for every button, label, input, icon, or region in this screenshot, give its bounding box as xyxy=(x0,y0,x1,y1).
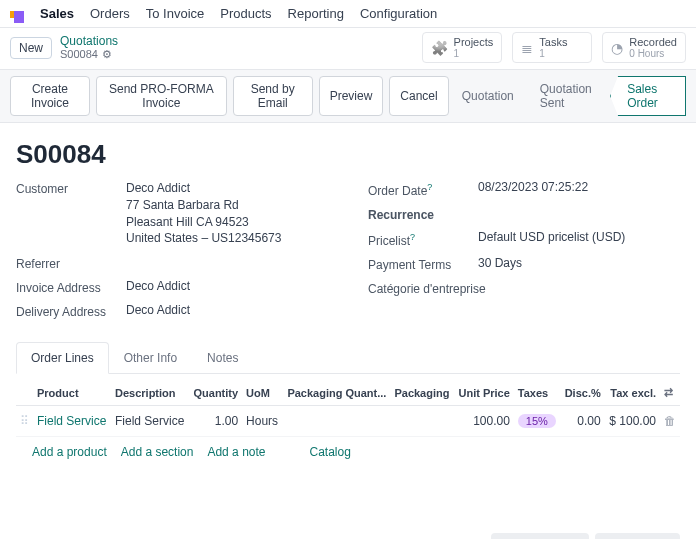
stat-tasks-label: Tasks xyxy=(539,36,567,48)
add-section-link[interactable]: Add a section xyxy=(121,445,194,459)
order-date-value[interactable]: 08/23/2023 07:25:22 xyxy=(478,180,680,194)
top-nav: Sales Orders To Invoice Products Reporti… xyxy=(0,0,696,28)
app-logo xyxy=(10,5,24,23)
line-actions: Add a product Add a section Add a note C… xyxy=(16,437,680,463)
col-unit-price[interactable]: Unit Price xyxy=(454,380,514,406)
company-category-label: Catégorie d'entreprise xyxy=(368,280,518,296)
breadcrumb-parent[interactable]: Quotations xyxy=(60,34,118,48)
stage-sales-order[interactable]: Sales Order xyxy=(610,76,686,116)
pricelist-label: Pricelist? xyxy=(368,230,478,248)
line-packaging-qty[interactable] xyxy=(282,406,390,437)
payment-terms-label: Payment Terms xyxy=(368,256,478,272)
col-description[interactable]: Description xyxy=(111,380,189,406)
line-uom[interactable]: Hours xyxy=(242,406,282,437)
customer-addr-line3: United States – US12345673 xyxy=(126,230,328,247)
gear-icon[interactable] xyxy=(102,48,112,61)
list-icon xyxy=(521,41,533,55)
col-packaging-qty[interactable]: Packaging Quant... xyxy=(282,380,390,406)
clock-icon xyxy=(611,41,623,55)
tax-badge[interactable]: 15% xyxy=(518,414,556,428)
trash-icon[interactable]: 🗑 xyxy=(664,414,676,428)
nav-products[interactable]: Products xyxy=(220,6,271,21)
stat-projects-value: 1 xyxy=(454,48,494,59)
stat-recorded-label: Recorded xyxy=(629,36,677,48)
col-product[interactable]: Product xyxy=(33,380,111,406)
send-email-button[interactable]: Send by Email xyxy=(233,76,313,116)
action-bar: Create Invoice Send PRO-FORMA Invoice Se… xyxy=(0,69,696,123)
breadcrumb-row: New Quotations S00084 Projects 1 Tasks 1 xyxy=(0,28,696,69)
catalog-link[interactable]: Catalog xyxy=(310,445,351,459)
stat-projects[interactable]: Projects 1 xyxy=(422,32,503,63)
form-content: S00084 Customer Deco Addict 77 Santa Bar… xyxy=(0,123,696,539)
order-date-label: Order Date? xyxy=(368,180,478,198)
nav-orders[interactable]: Orders xyxy=(90,6,130,21)
create-invoice-button[interactable]: Create Invoice xyxy=(10,76,90,116)
cancel-button[interactable]: Cancel xyxy=(389,76,448,116)
line-description[interactable]: Field Service xyxy=(111,406,189,437)
stat-recorded-value: 0 Hours xyxy=(629,48,677,59)
col-taxes[interactable]: Taxes xyxy=(514,380,560,406)
coupon-code-button[interactable]: Coupon Code xyxy=(491,533,589,539)
line-tax-excl: $ 100.00 xyxy=(605,406,660,437)
order-date-help-icon[interactable]: ? xyxy=(427,182,432,192)
nav-sales[interactable]: Sales xyxy=(40,6,74,21)
col-tax-excl[interactable]: Tax excl. xyxy=(605,380,660,406)
col-disc[interactable]: Disc.% xyxy=(560,380,604,406)
stat-projects-label: Projects xyxy=(454,36,494,48)
stage-track: Quotation Quotation Sent Sales Order xyxy=(449,76,686,116)
delivery-address-value[interactable]: Deco Addict xyxy=(126,303,328,317)
recurrence-label: Recurrence xyxy=(368,206,478,222)
drag-handle-icon[interactable]: ⠿ xyxy=(16,406,33,437)
line-disc[interactable]: 0.00 xyxy=(560,406,604,437)
pricelist-help-icon[interactable]: ? xyxy=(410,232,415,242)
invoice-address-label: Invoice Address xyxy=(16,279,126,295)
columns-adjust-icon[interactable]: ⇄ xyxy=(664,386,673,398)
line-packaging[interactable] xyxy=(390,406,454,437)
page-title: S00084 xyxy=(16,139,680,170)
customer-addr-line2: Pleasant Hill CA 94523 xyxy=(126,214,328,231)
referrer-label: Referrer xyxy=(16,255,126,271)
stage-quotation-sent[interactable]: Quotation Sent xyxy=(527,76,610,116)
nav-reporting[interactable]: Reporting xyxy=(288,6,344,21)
tab-order-lines[interactable]: Order Lines xyxy=(16,342,109,374)
nav-configuration[interactable]: Configuration xyxy=(360,6,437,21)
breadcrumb-current: S00084 xyxy=(60,48,98,61)
col-uom[interactable]: UoM xyxy=(242,380,282,406)
promo-buttons: Coupon Code Promotions xyxy=(16,533,680,539)
right-column: Order Date? 08/23/2023 07:25:22 Recurren… xyxy=(368,180,680,327)
tab-notes[interactable]: Notes xyxy=(192,342,253,374)
line-product[interactable]: Field Service xyxy=(37,414,106,428)
left-column: Customer Deco Addict 77 Santa Barbara Rd… xyxy=(16,180,328,327)
puzzle-icon xyxy=(431,41,448,55)
table-row[interactable]: ⠿ Field Service Field Service 1.00 Hours… xyxy=(16,406,680,437)
order-lines-table: Product Description Quantity UoM Packagi… xyxy=(16,380,680,437)
invoice-address-value[interactable]: Deco Addict xyxy=(126,279,328,293)
stat-tasks-value: 1 xyxy=(539,48,567,59)
stat-tasks[interactable]: Tasks 1 xyxy=(512,32,592,63)
nav-to-invoice[interactable]: To Invoice xyxy=(146,6,205,21)
new-button[interactable]: New xyxy=(10,37,52,59)
tabs: Order Lines Other Info Notes xyxy=(16,341,680,374)
line-quantity[interactable]: 1.00 xyxy=(189,406,242,437)
col-packaging[interactable]: Packaging xyxy=(390,380,454,406)
customer-label: Customer xyxy=(16,180,126,196)
pricelist-value[interactable]: Default USD pricelist (USD) xyxy=(478,230,680,244)
promotions-button[interactable]: Promotions xyxy=(595,533,680,539)
tab-other-info[interactable]: Other Info xyxy=(109,342,192,374)
delivery-address-label: Delivery Address xyxy=(16,303,126,319)
stat-recorded[interactable]: Recorded 0 Hours xyxy=(602,32,686,63)
col-quantity[interactable]: Quantity xyxy=(189,380,242,406)
send-proforma-button[interactable]: Send PRO-FORMA Invoice xyxy=(96,76,227,116)
line-taxes[interactable]: 15% xyxy=(514,406,560,437)
stage-quotation[interactable]: Quotation xyxy=(449,83,527,109)
customer-link[interactable]: Deco Addict xyxy=(126,180,328,197)
preview-button[interactable]: Preview xyxy=(319,76,384,116)
line-unit-price[interactable]: 100.00 xyxy=(454,406,514,437)
customer-addr-line1: 77 Santa Barbara Rd xyxy=(126,197,328,214)
add-product-link[interactable]: Add a product xyxy=(32,445,107,459)
payment-terms-value[interactable]: 30 Days xyxy=(478,256,680,270)
add-note-link[interactable]: Add a note xyxy=(207,445,265,459)
